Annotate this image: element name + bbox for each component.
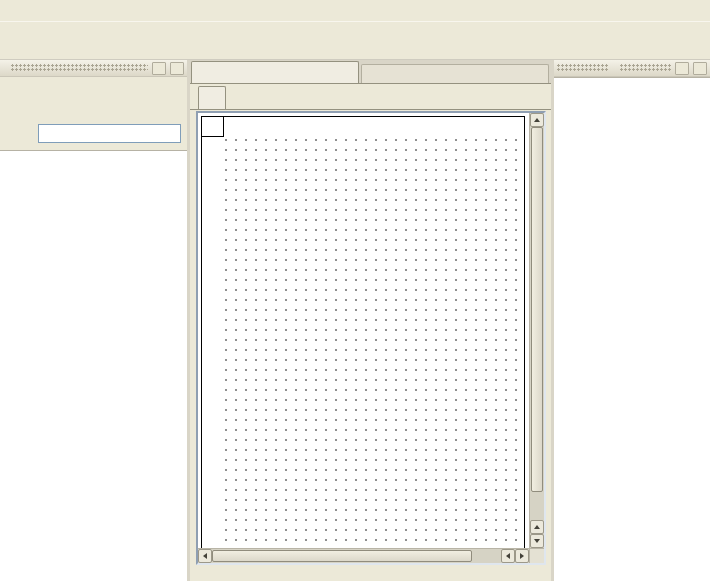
menubar [0,0,710,21]
elements-panel-toolbar [0,77,187,117]
diagram-view-frame [196,111,546,565]
dock-grip [557,64,608,72]
undo-list [554,77,710,581]
vertical-scrollbar[interactable] [529,113,544,548]
undo-panel [551,60,710,581]
elements-tree [0,150,187,581]
scroll-down-button[interactable] [530,534,544,548]
triangle-up-icon [534,118,540,122]
elements-panel [0,60,190,581]
project-window [190,84,551,581]
scrollbar-corner [529,548,544,563]
close-panel-button[interactable] [170,62,184,75]
elements-panel-titlebar[interactable] [0,60,187,77]
triangle-up-icon [534,525,540,529]
vertical-scroll-track[interactable] [530,127,544,520]
column-ruler [224,117,524,137]
horizontal-scrollbar[interactable] [198,548,529,563]
main-area [0,60,710,581]
scroll-up-button-2[interactable] [530,520,544,534]
filter-input[interactable] [38,124,181,143]
horizontal-scroll-track[interactable] [212,549,501,563]
float-undo-panel-button[interactable] [675,62,689,75]
diagram-view[interactable] [198,113,529,548]
scroll-left-button-2[interactable] [501,549,515,563]
filter-row [0,121,187,145]
triangle-down-icon [534,539,540,543]
dock-grip [620,64,671,72]
diagram-grid[interactable] [225,138,524,548]
triangle-left-icon [203,553,207,559]
tabbar-empty-space [361,64,549,83]
main-toolbar [0,21,710,60]
triangle-right-icon [520,553,524,559]
scroll-right-button[interactable] [515,549,529,563]
scroll-up-button[interactable] [530,113,544,127]
schema-tabbar [190,84,551,110]
qelectrotech-window [0,0,710,581]
undo-panel-titlebar[interactable] [554,60,710,77]
vertical-scroll-thumb[interactable] [531,127,543,492]
project-tab[interactable] [191,61,359,83]
float-panel-button[interactable] [152,62,166,75]
dock-grip [11,64,148,72]
clear-filter-button[interactable] [6,123,28,143]
mdi-area [190,60,551,581]
triangle-left-icon [506,553,510,559]
ruler-corner [202,117,224,137]
project-tabbar [190,60,551,84]
scroll-left-button[interactable] [198,549,212,563]
schema-tab[interactable] [198,86,226,109]
close-undo-panel-button[interactable] [693,62,707,75]
row-ruler [202,137,224,548]
horizontal-scroll-thumb[interactable] [212,550,472,562]
diagram-sheet [201,116,525,548]
